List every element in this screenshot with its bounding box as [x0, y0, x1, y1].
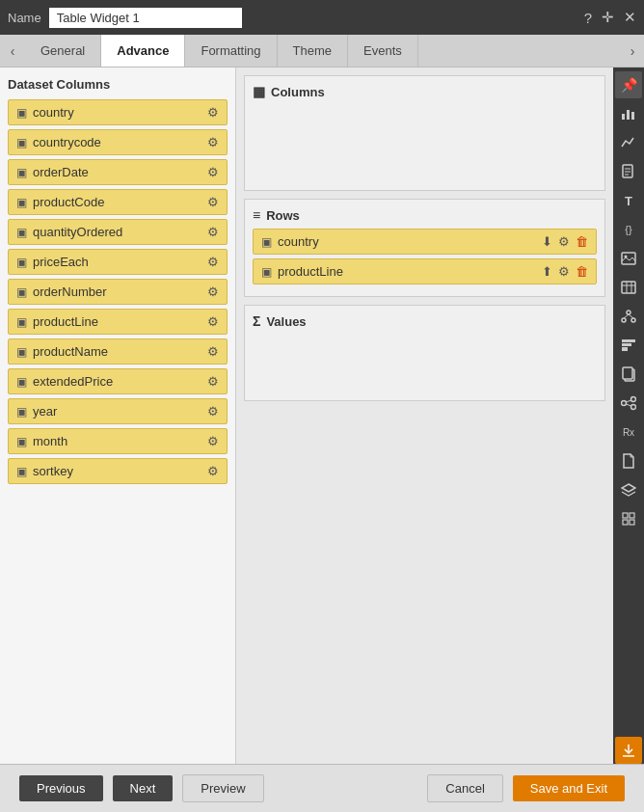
next-button[interactable]: Next [113, 775, 174, 801]
list-item[interactable]: ▣ orderDate ⚙ [8, 159, 228, 185]
sidebar-barchart-icon[interactable] [615, 100, 642, 127]
tab-advance[interactable]: Advance [101, 35, 185, 67]
list-item[interactable]: ▣ productLine ⚙ [8, 309, 228, 335]
svg-line-26 [627, 400, 631, 402]
sidebar-baralt-icon[interactable] [615, 332, 642, 359]
delete-button[interactable]: 🗑 [576, 234, 588, 249]
sidebar-pin-icon[interactable]: 📌 [615, 71, 642, 98]
svg-rect-9 [622, 282, 635, 293]
main-container: Name ? ✛ ✕ ‹ General Advance Formatting … [0, 0, 644, 812]
field-icon: ▣ [16, 435, 27, 448]
close-icon[interactable]: ✕ [624, 9, 636, 26]
svg-rect-2 [631, 112, 634, 120]
gear-icon[interactable]: ⚙ [207, 314, 219, 329]
gear-icon[interactable]: ⚙ [207, 135, 219, 149]
field-icon: ▣ [16, 465, 27, 478]
sidebar-document-icon[interactable] [615, 158, 642, 185]
field-icon: ▣ [16, 106, 27, 120]
svg-rect-0 [622, 114, 625, 120]
list-item[interactable]: ▣ countrycode ⚙ [8, 129, 228, 155]
gear-icon[interactable]: ⚙ [207, 344, 219, 359]
sidebar-code-icon[interactable]: {} [615, 216, 642, 243]
list-item[interactable]: ▣ orderNumber ⚙ [8, 279, 228, 305]
field-icon: ▣ [16, 405, 27, 419]
left-panel: Dataset Columns ▣ country ⚙ ▣ countrycod… [0, 68, 236, 764]
row-actions: ⬇ ⚙ 🗑 [542, 234, 588, 249]
sidebar-text-icon[interactable]: T [615, 187, 642, 214]
move-down-button[interactable]: ⬇ [542, 234, 552, 249]
widget-name-input[interactable] [49, 8, 242, 28]
gear-icon[interactable]: ⚙ [207, 464, 219, 478]
previous-button[interactable]: Previous [19, 775, 103, 801]
svg-point-25 [631, 405, 636, 410]
gear-icon[interactable]: ⚙ [207, 195, 219, 209]
gear-icon[interactable]: ⚙ [207, 434, 219, 448]
sidebar-network-icon[interactable] [615, 303, 642, 330]
svg-line-17 [629, 314, 633, 318]
help-icon[interactable]: ? [584, 10, 592, 26]
right-sidebar: 📌 T {} [613, 68, 644, 764]
sidebar-table-icon[interactable] [615, 274, 642, 301]
list-item[interactable]: ▣ productCode ⚙ [8, 189, 228, 215]
field-icon: ▣ [16, 345, 27, 359]
sidebar-image-icon[interactable] [615, 245, 642, 272]
list-item[interactable]: ▣ quantityOrdered ⚙ [8, 219, 228, 245]
dataset-columns-title: Dataset Columns [8, 77, 228, 92]
gear-icon[interactable]: ⚙ [207, 165, 219, 179]
rows-title: Rows [266, 208, 300, 223]
field-icon: ▣ [16, 226, 27, 239]
move-icon[interactable]: ✛ [602, 9, 614, 26]
sidebar-file-icon[interactable] [615, 447, 642, 474]
rows-section: ≡ Rows ▣ country ⬇ ⚙ 🗑 ▣ productLine [244, 199, 605, 297]
gear-icon[interactable]: ⚙ [207, 255, 219, 269]
field-icon: ▣ [16, 136, 27, 149]
svg-rect-18 [622, 347, 628, 351]
values-icon: Σ [253, 313, 260, 329]
list-item[interactable]: ▣ country ⚙ [8, 99, 228, 125]
tab-theme[interactable]: Theme [278, 35, 348, 67]
svg-rect-30 [630, 513, 634, 518]
sidebar-connect-icon[interactable] [615, 390, 642, 417]
svg-rect-19 [622, 343, 631, 346]
cancel-button[interactable]: Cancel [427, 774, 502, 802]
columns-title: Columns [271, 85, 325, 99]
delete-button[interactable]: 🗑 [576, 264, 588, 279]
sidebar-copy-icon[interactable] [615, 361, 642, 388]
field-icon: ▣ [16, 256, 27, 269]
right-panel: ▦ Columns ≡ Rows ▣ country ⬇ ⚙ 🗑 [236, 68, 613, 764]
save-exit-button[interactable]: Save and Exit [513, 775, 625, 801]
field-icon: ▣ [16, 315, 27, 329]
sidebar-rx-icon[interactable]: Rx [615, 419, 642, 446]
gear-icon[interactable]: ⚙ [207, 374, 219, 389]
gear-icon[interactable]: ⚙ [207, 284, 219, 299]
tab-more-btn[interactable]: › [621, 43, 644, 59]
gear-icon[interactable]: ⚙ [207, 105, 219, 120]
title-bar: Name ? ✛ ✕ [0, 0, 644, 35]
svg-rect-31 [623, 520, 628, 525]
sidebar-linechart-icon[interactable] [615, 129, 642, 156]
sidebar-grid-icon[interactable] [615, 505, 642, 532]
move-up-button[interactable]: ⬆ [542, 264, 552, 279]
tab-general[interactable]: General [25, 35, 101, 67]
tab-formatting[interactable]: Formatting [185, 35, 277, 67]
list-item[interactable]: ▣ month ⚙ [8, 428, 228, 454]
list-item[interactable]: ▣ priceEach ⚙ [8, 249, 228, 275]
row-actions: ⬆ ⚙ 🗑 [542, 264, 588, 279]
row-item-country[interactable]: ▣ country ⬇ ⚙ 🗑 [253, 229, 597, 255]
gear-icon[interactable]: ⚙ [207, 225, 219, 239]
settings-button[interactable]: ⚙ [558, 264, 570, 279]
list-item[interactable]: ▣ productName ⚙ [8, 338, 228, 365]
gear-icon[interactable]: ⚙ [207, 404, 219, 419]
row-item-productline[interactable]: ▣ productLine ⬆ ⚙ 🗑 [253, 258, 597, 284]
list-item[interactable]: ▣ extendedPrice ⚙ [8, 368, 228, 394]
tab-events[interactable]: Events [348, 35, 418, 67]
list-item[interactable]: ▣ year ⚙ [8, 398, 228, 424]
field-icon: ▣ [16, 166, 27, 179]
columns-header: ▦ Columns [253, 84, 597, 99]
tab-prev-btn[interactable]: ‹ [0, 35, 25, 67]
settings-button[interactable]: ⚙ [558, 234, 570, 249]
sidebar-download-icon[interactable] [615, 737, 642, 764]
sidebar-layers-icon[interactable] [615, 476, 642, 503]
preview-button[interactable]: Preview [182, 774, 263, 802]
list-item[interactable]: ▣ sortkey ⚙ [8, 458, 228, 484]
